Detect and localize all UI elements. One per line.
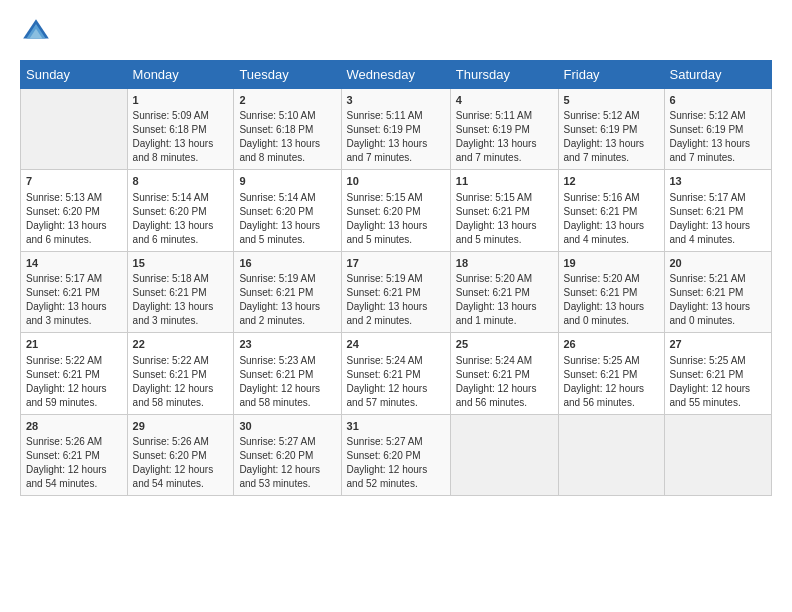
header-day-monday: Monday [127,61,234,89]
sunset-text: Sunset: 6:20 PM [133,206,207,217]
sunset-text: Sunset: 6:21 PM [564,287,638,298]
daylight-text: Daylight: 12 hours and 53 minutes. [239,464,320,489]
daylight-text: Daylight: 13 hours and 5 minutes. [239,220,320,245]
day-number: 19 [564,256,659,271]
sunset-text: Sunset: 6:21 PM [239,287,313,298]
daylight-text: Daylight: 13 hours and 0 minutes. [670,301,751,326]
calendar-cell [21,89,128,170]
day-number: 13 [670,174,767,189]
daylight-text: Daylight: 13 hours and 5 minutes. [347,220,428,245]
daylight-text: Daylight: 13 hours and 5 minutes. [456,220,537,245]
sunset-text: Sunset: 6:21 PM [456,287,530,298]
sunrise-text: Sunrise: 5:20 AM [456,273,532,284]
sunrise-text: Sunrise: 5:26 AM [133,436,209,447]
sunset-text: Sunset: 6:20 PM [133,450,207,461]
calendar-cell: 5Sunrise: 5:12 AMSunset: 6:19 PMDaylight… [558,89,664,170]
daylight-text: Daylight: 12 hours and 56 minutes. [456,383,537,408]
daylight-text: Daylight: 13 hours and 1 minute. [456,301,537,326]
sunset-text: Sunset: 6:21 PM [26,450,100,461]
sunset-text: Sunset: 6:21 PM [456,369,530,380]
day-number: 25 [456,337,553,352]
sunset-text: Sunset: 6:20 PM [26,206,100,217]
daylight-text: Daylight: 12 hours and 54 minutes. [133,464,214,489]
calendar-cell: 3Sunrise: 5:11 AMSunset: 6:19 PMDaylight… [341,89,450,170]
header-day-sunday: Sunday [21,61,128,89]
calendar-cell: 19Sunrise: 5:20 AMSunset: 6:21 PMDayligh… [558,251,664,332]
day-number: 11 [456,174,553,189]
sunset-text: Sunset: 6:21 PM [133,369,207,380]
header [20,16,772,48]
calendar-table: SundayMondayTuesdayWednesdayThursdayFrid… [20,60,772,496]
daylight-text: Daylight: 13 hours and 8 minutes. [133,138,214,163]
daylight-text: Daylight: 13 hours and 7 minutes. [670,138,751,163]
calendar-cell: 24Sunrise: 5:24 AMSunset: 6:21 PMDayligh… [341,333,450,414]
daylight-text: Daylight: 12 hours and 54 minutes. [26,464,107,489]
sunrise-text: Sunrise: 5:15 AM [456,192,532,203]
day-number: 29 [133,419,229,434]
calendar-cell: 1Sunrise: 5:09 AMSunset: 6:18 PMDaylight… [127,89,234,170]
day-number: 14 [26,256,122,271]
sunrise-text: Sunrise: 5:22 AM [26,355,102,366]
calendar-cell: 29Sunrise: 5:26 AMSunset: 6:20 PMDayligh… [127,414,234,495]
sunrise-text: Sunrise: 5:19 AM [239,273,315,284]
sunrise-text: Sunrise: 5:13 AM [26,192,102,203]
day-number: 5 [564,93,659,108]
header-day-tuesday: Tuesday [234,61,341,89]
sunset-text: Sunset: 6:20 PM [239,206,313,217]
sunrise-text: Sunrise: 5:17 AM [670,192,746,203]
sunrise-text: Sunrise: 5:21 AM [670,273,746,284]
daylight-text: Daylight: 13 hours and 2 minutes. [239,301,320,326]
day-number: 17 [347,256,445,271]
sunset-text: Sunset: 6:21 PM [456,206,530,217]
sunset-text: Sunset: 6:21 PM [670,287,744,298]
sunset-text: Sunset: 6:21 PM [26,369,100,380]
sunset-text: Sunset: 6:19 PM [347,124,421,135]
daylight-text: Daylight: 12 hours and 57 minutes. [347,383,428,408]
calendar-cell: 21Sunrise: 5:22 AMSunset: 6:21 PMDayligh… [21,333,128,414]
daylight-text: Daylight: 13 hours and 4 minutes. [670,220,751,245]
day-number: 4 [456,93,553,108]
day-number: 6 [670,93,767,108]
calendar-cell: 10Sunrise: 5:15 AMSunset: 6:20 PMDayligh… [341,170,450,251]
day-number: 10 [347,174,445,189]
day-number: 7 [26,174,122,189]
calendar-cell: 8Sunrise: 5:14 AMSunset: 6:20 PMDaylight… [127,170,234,251]
sunset-text: Sunset: 6:20 PM [239,450,313,461]
header-row: SundayMondayTuesdayWednesdayThursdayFrid… [21,61,772,89]
calendar-cell [664,414,772,495]
calendar-cell: 9Sunrise: 5:14 AMSunset: 6:20 PMDaylight… [234,170,341,251]
sunrise-text: Sunrise: 5:11 AM [347,110,423,121]
calendar-cell: 14Sunrise: 5:17 AMSunset: 6:21 PMDayligh… [21,251,128,332]
calendar-cell: 6Sunrise: 5:12 AMSunset: 6:19 PMDaylight… [664,89,772,170]
daylight-text: Daylight: 13 hours and 7 minutes. [564,138,645,163]
daylight-text: Daylight: 13 hours and 2 minutes. [347,301,428,326]
calendar-cell [450,414,558,495]
calendar-cell: 4Sunrise: 5:11 AMSunset: 6:19 PMDaylight… [450,89,558,170]
daylight-text: Daylight: 13 hours and 0 minutes. [564,301,645,326]
calendar-cell: 28Sunrise: 5:26 AMSunset: 6:21 PMDayligh… [21,414,128,495]
sunset-text: Sunset: 6:21 PM [26,287,100,298]
day-number: 27 [670,337,767,352]
sunrise-text: Sunrise: 5:27 AM [347,436,423,447]
calendar-cell: 17Sunrise: 5:19 AMSunset: 6:21 PMDayligh… [341,251,450,332]
day-number: 3 [347,93,445,108]
calendar-cell: 12Sunrise: 5:16 AMSunset: 6:21 PMDayligh… [558,170,664,251]
sunset-text: Sunset: 6:20 PM [347,450,421,461]
day-number: 21 [26,337,122,352]
sunrise-text: Sunrise: 5:20 AM [564,273,640,284]
logo [20,16,56,48]
calendar-cell: 20Sunrise: 5:21 AMSunset: 6:21 PMDayligh… [664,251,772,332]
sunset-text: Sunset: 6:21 PM [239,369,313,380]
day-number: 20 [670,256,767,271]
day-number: 18 [456,256,553,271]
daylight-text: Daylight: 13 hours and 7 minutes. [347,138,428,163]
day-number: 24 [347,337,445,352]
calendar-cell: 13Sunrise: 5:17 AMSunset: 6:21 PMDayligh… [664,170,772,251]
calendar-cell: 16Sunrise: 5:19 AMSunset: 6:21 PMDayligh… [234,251,341,332]
week-row-5: 28Sunrise: 5:26 AMSunset: 6:21 PMDayligh… [21,414,772,495]
sunset-text: Sunset: 6:18 PM [239,124,313,135]
sunrise-text: Sunrise: 5:12 AM [670,110,746,121]
daylight-text: Daylight: 13 hours and 6 minutes. [26,220,107,245]
calendar-cell: 26Sunrise: 5:25 AMSunset: 6:21 PMDayligh… [558,333,664,414]
sunset-text: Sunset: 6:21 PM [564,369,638,380]
